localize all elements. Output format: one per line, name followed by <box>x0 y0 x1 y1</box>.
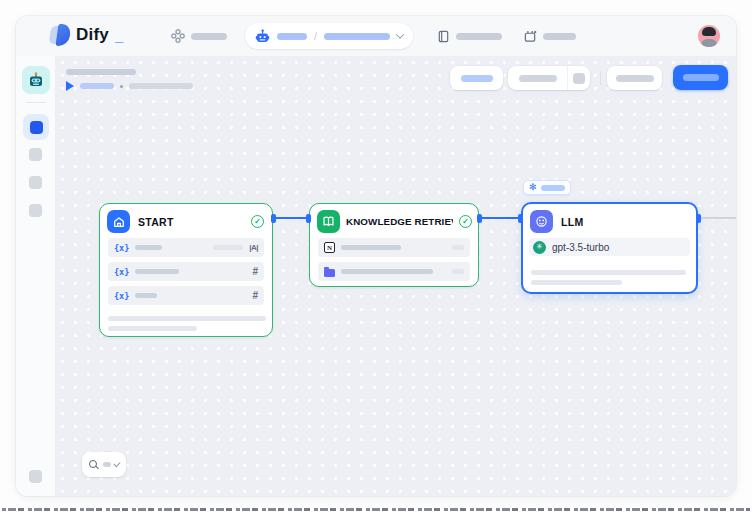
placeholder-bar <box>324 33 390 40</box>
dify-logo-caret: _ <box>115 27 123 44</box>
placeholder-bar <box>213 245 243 250</box>
placeholder-bar <box>341 269 433 274</box>
dify-logo-icon <box>50 24 71 46</box>
placeholder-bar <box>543 33 576 40</box>
knowledge-source-row: N <box>318 238 470 257</box>
type-number-icon: # <box>252 290 258 301</box>
target-handle[interactable] <box>306 214 311 223</box>
sidebar-item[interactable] <box>29 148 42 161</box>
dify-app-window: Dify _ / <box>16 16 736 496</box>
placeholder-bar <box>456 33 502 40</box>
run-status-row <box>66 80 193 92</box>
type-number-icon: # <box>252 266 258 277</box>
home-icon <box>107 210 130 233</box>
description-placeholder <box>108 326 197 331</box>
publish-button[interactable] <box>673 65 728 90</box>
placeholder-bar <box>616 75 654 82</box>
placeholder-bar <box>80 83 114 89</box>
avatar-figure <box>702 27 716 36</box>
notion-icon: N <box>324 242 335 253</box>
placeholder-bar <box>191 33 227 40</box>
node-title: KNOWLEDGE RETRIEVAL <box>346 216 453 227</box>
secondary-button[interactable] <box>607 66 662 90</box>
preview-icon <box>573 73 585 84</box>
node-header: LLM <box>523 204 696 238</box>
left-sidebar <box>16 56 56 496</box>
llm-running-badge: ✻ <box>523 180 571 195</box>
chevron-down-icon[interactable] <box>396 30 404 38</box>
source-handle[interactable] <box>271 214 276 223</box>
nav-docs[interactable] <box>437 16 502 56</box>
placeholder-bar <box>277 33 307 40</box>
active-item-glyph <box>30 121 43 134</box>
clipped-text-strip <box>2 508 750 511</box>
placeholder-bar <box>103 462 111 467</box>
notebook-icon <box>437 30 450 43</box>
source-handle[interactable] <box>477 214 482 223</box>
variable-icon: {x} <box>114 291 129 301</box>
placeholder-bar <box>452 245 464 250</box>
nav-workspace[interactable] <box>171 16 227 56</box>
description-placeholder <box>531 270 686 275</box>
openai-icon: ✳ <box>533 241 546 254</box>
placeholder-bar <box>541 185 565 191</box>
placeholder-bar <box>129 83 193 89</box>
app-robot-icon <box>255 29 270 44</box>
toolbar-divider <box>600 71 601 85</box>
search-zoom-icon <box>89 460 99 470</box>
placeholder-bar <box>341 245 401 250</box>
dify-logo[interactable]: Dify _ <box>50 24 123 46</box>
book-icon <box>317 210 340 233</box>
edge-llm-to-next <box>698 217 736 219</box>
run-button[interactable] <box>508 66 567 90</box>
play-icon <box>66 81 74 91</box>
variable-row: {x} # <box>108 286 264 305</box>
edge-start-to-knowledge <box>273 217 309 219</box>
knowledge-source-row <box>318 262 470 281</box>
spinner-icon: ✻ <box>529 183 537 192</box>
sidebar-item-settings[interactable] <box>29 470 42 483</box>
nav-updates[interactable] <box>524 16 576 56</box>
node-start[interactable]: START ✓ {x} |A| {x} # {x} # <box>99 203 273 337</box>
node-title: LLM <box>561 216 688 228</box>
placeholder-bar <box>452 269 464 274</box>
description-placeholder <box>531 280 622 285</box>
target-handle[interactable] <box>518 214 523 223</box>
placeholder-bar <box>461 75 493 82</box>
source-handle[interactable] <box>696 214 701 223</box>
node-llm[interactable]: LLM ✳ gpt-3.5-turbo <box>521 202 698 294</box>
placeholder-bar <box>135 245 162 250</box>
folder-icon <box>324 269 335 277</box>
edge-knowledge-to-llm <box>479 217 521 219</box>
top-header: Dify _ / <box>16 16 736 56</box>
user-avatar[interactable] <box>698 25 720 47</box>
dot-separator <box>120 85 123 88</box>
success-check-icon: ✓ <box>459 215 472 228</box>
workflow-canvas[interactable]: START ✓ {x} |A| {x} # {x} # <box>56 56 736 496</box>
variable-row: {x} |A| <box>108 238 264 257</box>
variable-row: {x} # <box>108 262 264 281</box>
robot-emoji-icon <box>27 71 45 89</box>
placeholder-bar <box>683 74 719 81</box>
workflow-title-placeholder <box>66 69 136 75</box>
sidebar-item[interactable] <box>29 204 42 217</box>
zoom-control[interactable] <box>82 452 126 477</box>
app-breadcrumb-pill[interactable]: / <box>245 23 413 49</box>
sidebar-divider <box>26 102 46 103</box>
node-title: START <box>138 216 243 228</box>
node-header: KNOWLEDGE RETRIEVAL ✓ <box>310 204 478 238</box>
success-check-icon: ✓ <box>251 215 264 228</box>
sidebar-app-icon[interactable] <box>22 66 50 94</box>
chevron-down-icon[interactable] <box>114 460 121 467</box>
sidebar-item-active[interactable] <box>23 114 49 140</box>
preview-toggle-button[interactable] <box>568 66 590 90</box>
placeholder-bar <box>135 293 157 298</box>
description-placeholder <box>108 316 266 321</box>
type-string-icon: |A| <box>249 243 258 252</box>
placeholder-bar <box>135 269 179 274</box>
sidebar-item[interactable] <box>29 176 42 189</box>
variable-icon: {x} <box>114 243 129 253</box>
model-row: ✳ gpt-3.5-turbo <box>529 238 690 256</box>
node-knowledge-retrieval[interactable]: KNOWLEDGE RETRIEVAL ✓ N <box>309 203 479 287</box>
features-button[interactable] <box>450 66 503 90</box>
